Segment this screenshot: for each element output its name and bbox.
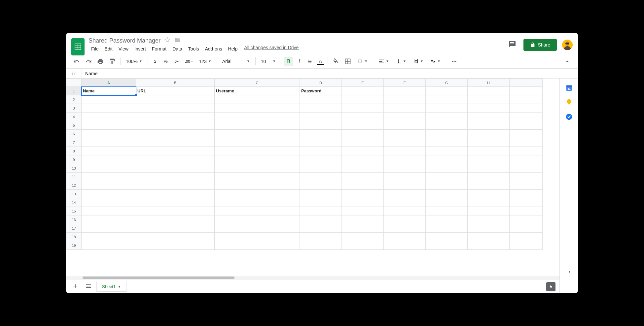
cell[interactable] xyxy=(215,104,300,113)
cell[interactable] xyxy=(426,130,468,138)
cell[interactable] xyxy=(342,164,384,173)
comments-icon[interactable] xyxy=(506,38,518,51)
row-header[interactable]: 3 xyxy=(66,104,82,113)
cell[interactable] xyxy=(384,207,426,215)
cell[interactable] xyxy=(136,173,215,181)
cell[interactable] xyxy=(468,190,510,198)
percent-icon[interactable]: % xyxy=(161,57,170,66)
cell[interactable] xyxy=(82,241,136,250)
row-header[interactable]: 14 xyxy=(66,198,82,207)
sheet-tab-sheet1[interactable]: Sheet1 ▼ xyxy=(96,281,126,292)
cell[interactable] xyxy=(342,224,384,233)
cell[interactable] xyxy=(300,95,342,104)
menu-insert[interactable]: Insert xyxy=(132,45,149,53)
cell[interactable] xyxy=(468,215,510,224)
cell[interactable] xyxy=(384,155,426,164)
sheets-logo-icon[interactable] xyxy=(71,38,85,55)
borders-icon[interactable] xyxy=(342,57,353,66)
cell[interactable] xyxy=(384,181,426,190)
cell[interactable] xyxy=(342,198,384,207)
cell[interactable] xyxy=(426,190,468,198)
cell[interactable] xyxy=(136,181,215,190)
cell[interactable] xyxy=(426,233,468,241)
doc-title[interactable]: Shared Password Manager xyxy=(89,37,161,44)
decrease-decimal-icon[interactable]: .0← xyxy=(172,57,182,66)
cell[interactable] xyxy=(510,155,543,164)
cell[interactable] xyxy=(300,104,342,113)
cell[interactable] xyxy=(342,147,384,155)
cell[interactable] xyxy=(426,241,468,250)
cell[interactable] xyxy=(468,241,510,250)
cell[interactable] xyxy=(384,198,426,207)
cell[interactable] xyxy=(300,181,342,190)
menu-data[interactable]: Data xyxy=(170,45,185,53)
cell[interactable] xyxy=(468,181,510,190)
formula-input[interactable] xyxy=(82,70,578,78)
cell[interactable] xyxy=(468,155,510,164)
cell[interactable] xyxy=(510,181,543,190)
cell[interactable] xyxy=(384,104,426,113)
cell[interactable] xyxy=(215,121,300,130)
cell[interactable] xyxy=(300,113,342,121)
cell[interactable] xyxy=(510,164,543,173)
cell[interactable] xyxy=(426,164,468,173)
cell[interactable] xyxy=(300,224,342,233)
row-header[interactable]: 12 xyxy=(66,181,82,190)
fill-color-icon[interactable] xyxy=(331,57,341,66)
collapse-toolbar-icon[interactable] xyxy=(562,57,573,66)
cell[interactable] xyxy=(215,224,300,233)
undo-icon[interactable] xyxy=(71,57,82,66)
cell[interactable] xyxy=(510,104,543,113)
print-icon[interactable] xyxy=(95,57,106,66)
cell[interactable] xyxy=(510,190,543,198)
cell[interactable] xyxy=(136,233,215,241)
cell[interactable] xyxy=(215,215,300,224)
row-header[interactable]: 15 xyxy=(66,207,82,215)
cell[interactable] xyxy=(342,190,384,198)
keep-icon[interactable] xyxy=(565,98,573,106)
cell[interactable] xyxy=(215,95,300,104)
cell[interactable] xyxy=(300,173,342,181)
cell[interactable] xyxy=(136,207,215,215)
cell[interactable] xyxy=(384,190,426,198)
cell[interactable] xyxy=(82,215,136,224)
cell[interactable] xyxy=(510,224,543,233)
column-header[interactable]: D xyxy=(300,79,342,87)
cell[interactable] xyxy=(426,181,468,190)
cell[interactable] xyxy=(342,173,384,181)
cell[interactable] xyxy=(82,233,136,241)
cell[interactable] xyxy=(342,207,384,215)
cell[interactable] xyxy=(468,164,510,173)
text-color-icon[interactable]: A xyxy=(316,57,325,66)
cell[interactable] xyxy=(342,113,384,121)
cell[interactable] xyxy=(136,113,215,121)
cell[interactable] xyxy=(136,95,215,104)
cell[interactable] xyxy=(468,130,510,138)
cell[interactable] xyxy=(342,121,384,130)
cell[interactable] xyxy=(82,198,136,207)
share-button[interactable]: Share xyxy=(523,39,557,51)
strikethrough-icon[interactable]: S xyxy=(305,57,314,66)
cell[interactable] xyxy=(82,121,136,130)
cell[interactable] xyxy=(82,224,136,233)
column-header[interactable]: I xyxy=(510,79,543,87)
cell[interactable] xyxy=(468,173,510,181)
cell[interactable] xyxy=(215,190,300,198)
font-select[interactable]: Arial▼ xyxy=(220,57,253,65)
explore-button[interactable] xyxy=(546,282,555,291)
cell[interactable] xyxy=(300,155,342,164)
cell[interactable] xyxy=(468,121,510,130)
row-header[interactable]: 16 xyxy=(66,215,82,224)
cell[interactable] xyxy=(468,138,510,147)
cell[interactable] xyxy=(426,198,468,207)
row-header[interactable]: 17 xyxy=(66,224,82,233)
row-header[interactable]: 13 xyxy=(66,190,82,198)
cell[interactable] xyxy=(342,241,384,250)
paint-format-icon[interactable] xyxy=(107,57,118,66)
cell[interactable] xyxy=(82,207,136,215)
text-rotation-icon[interactable]: ▼ xyxy=(427,57,443,66)
cell[interactable] xyxy=(468,113,510,121)
redo-icon[interactable] xyxy=(83,57,94,66)
cell[interactable] xyxy=(510,138,543,147)
cell[interactable] xyxy=(300,147,342,155)
